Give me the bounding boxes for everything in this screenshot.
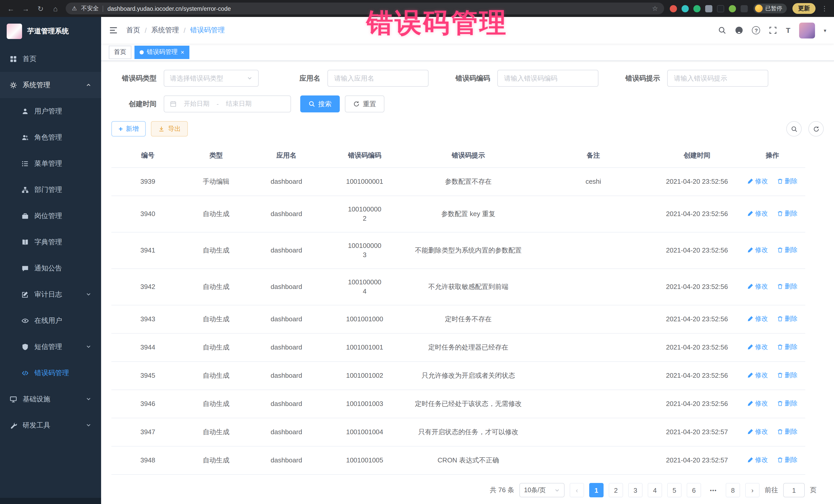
extensions-puzzle-icon[interactable]: [741, 5, 748, 12]
extension-icon[interactable]: [694, 5, 701, 12]
toggle-search-button[interactable]: [786, 121, 802, 136]
edit-link[interactable]: 修改: [747, 282, 768, 291]
menu-label: 通知公告: [35, 264, 62, 273]
cell-app: dashboard: [248, 305, 325, 333]
app-name-input[interactable]: [327, 70, 429, 87]
breadcrumb-system[interactable]: 系统管理: [151, 26, 179, 35]
create-time-range-picker[interactable]: 开始日期 - 结束日期: [164, 95, 291, 112]
github-icon[interactable]: [735, 26, 743, 35]
sidebar-item-system-management[interactable]: 系统管理: [0, 72, 101, 98]
sidebar-collapse-bar[interactable]: [0, 498, 101, 504]
reload-icon[interactable]: ↻: [36, 4, 45, 13]
back-icon[interactable]: ←: [6, 4, 15, 13]
sidebar-item-audit-log[interactable]: 审计日志: [0, 281, 101, 307]
delete-link[interactable]: 删除: [777, 314, 797, 323]
page-button-1[interactable]: 1: [589, 483, 603, 497]
browser-menu-icon[interactable]: ⋮: [821, 5, 828, 12]
page-button-4[interactable]: 4: [648, 483, 662, 497]
sidebar-item-home[interactable]: 首页: [0, 46, 101, 72]
sidebar-item-menu-management[interactable]: 菜单管理: [0, 150, 101, 177]
delete-link[interactable]: 删除: [777, 209, 797, 218]
breadcrumb-home[interactable]: 首页: [126, 26, 140, 35]
delete-link[interactable]: 删除: [777, 427, 797, 436]
font-size-icon[interactable]: T: [786, 26, 790, 35]
page-button-3[interactable]: 3: [628, 483, 642, 497]
sidebar-item-infrastructure[interactable]: 基础设施: [0, 386, 101, 412]
edit-link[interactable]: 修改: [747, 177, 768, 186]
next-page-button[interactable]: ›: [745, 483, 760, 497]
cell-remark: [532, 232, 654, 269]
delete-link[interactable]: 删除: [777, 371, 797, 380]
bookmark-star-icon[interactable]: ☆: [652, 5, 658, 12]
home-icon[interactable]: ⌂: [51, 4, 60, 13]
user-avatar[interactable]: [799, 22, 815, 38]
help-icon[interactable]: ?: [752, 26, 760, 35]
edit-link[interactable]: 修改: [747, 371, 768, 380]
breadcrumb-separator: /: [184, 26, 186, 34]
delete-link[interactable]: 删除: [777, 245, 797, 255]
hamburger-icon[interactable]: [109, 26, 118, 35]
sidebar-item-dev-tools[interactable]: 研发工具: [0, 412, 101, 438]
extension-icon[interactable]: [670, 5, 677, 12]
edit-link[interactable]: 修改: [747, 245, 768, 255]
delete-link[interactable]: 删除: [777, 455, 797, 464]
error-hint-label: 错误码提示: [615, 74, 660, 83]
page-button-5[interactable]: 5: [667, 483, 682, 497]
prev-page-button[interactable]: ‹: [570, 483, 584, 497]
page-button-6[interactable]: 6: [687, 483, 701, 497]
cell-hint: 参数配置不存在: [404, 168, 532, 196]
goto-page-input[interactable]: [783, 483, 805, 497]
edit-link[interactable]: 修改: [747, 455, 768, 464]
error-hint-input[interactable]: [667, 70, 768, 87]
refresh-table-button[interactable]: [808, 121, 824, 136]
search-icon[interactable]: [718, 26, 726, 35]
edit-link[interactable]: 修改: [747, 209, 768, 218]
sidebar-item-notice[interactable]: 通知公告: [0, 255, 101, 281]
add-button[interactable]: + 新增: [111, 121, 146, 136]
sidebar-item-error-code-management[interactable]: 错误码管理: [0, 360, 101, 386]
tab-home[interactable]: 首页: [109, 45, 131, 59]
edit-link[interactable]: 修改: [747, 342, 768, 352]
error-type-select[interactable]: 请选择错误码类型: [164, 70, 259, 87]
error-code-input[interactable]: [497, 70, 598, 87]
search-button[interactable]: 搜索: [300, 95, 340, 112]
page-button-2[interactable]: 2: [609, 483, 623, 497]
extension-icon[interactable]: [717, 5, 724, 12]
edit-link[interactable]: 修改: [747, 399, 768, 408]
delete-link[interactable]: 删除: [777, 177, 797, 186]
delete-link[interactable]: 删除: [777, 342, 797, 352]
extension-icon[interactable]: [729, 5, 736, 12]
sidebar-item-sms-management[interactable]: 短信管理: [0, 334, 101, 360]
cell-id: 3943: [111, 305, 184, 333]
delete-link[interactable]: 删除: [777, 282, 797, 291]
tab-error-code-management[interactable]: 错误码管理 ×: [134, 45, 190, 59]
address-bar[interactable]: ⚠ 不安全 dashboard.yudao.iocoder.cn/system/…: [66, 3, 664, 14]
sidebar-item-online-users[interactable]: 在线用户: [0, 307, 101, 334]
reset-button[interactable]: 重置: [345, 95, 385, 112]
browser-profile-chip[interactable]: 已暂停: [753, 4, 787, 13]
more-pages-button[interactable]: •••: [706, 483, 721, 497]
cell-actions: 修改 删除: [740, 390, 805, 418]
page-button-8[interactable]: 8: [726, 483, 740, 497]
extension-icon[interactable]: [705, 5, 712, 12]
column-header-remark: 备注: [532, 144, 654, 168]
edit-link[interactable]: 修改: [747, 314, 768, 323]
forward-icon[interactable]: →: [21, 4, 30, 13]
browser-update-button[interactable]: 更新: [792, 3, 815, 14]
extension-icon[interactable]: [682, 5, 689, 12]
close-icon[interactable]: ×: [181, 49, 184, 55]
caret-down-icon[interactable]: ▾: [824, 27, 826, 33]
sidebar-item-dict-management[interactable]: 字典管理: [0, 229, 101, 255]
delete-label: 删除: [785, 455, 797, 464]
cell-id: 3939: [111, 168, 184, 196]
edit-link[interactable]: 修改: [747, 427, 768, 436]
fullscreen-icon[interactable]: [769, 26, 777, 35]
delete-link[interactable]: 删除: [777, 399, 797, 408]
app-logo[interactable]: 芋道管理系统: [0, 17, 101, 46]
sidebar-item-dept-management[interactable]: 部门管理: [0, 177, 101, 203]
export-button[interactable]: 导出: [151, 121, 188, 136]
sidebar-item-post-management[interactable]: 岗位管理: [0, 203, 101, 229]
sidebar-item-user-management[interactable]: 用户管理: [0, 98, 101, 124]
sidebar-item-role-management[interactable]: 角色管理: [0, 124, 101, 150]
page-size-select[interactable]: 10条/页: [520, 483, 565, 497]
